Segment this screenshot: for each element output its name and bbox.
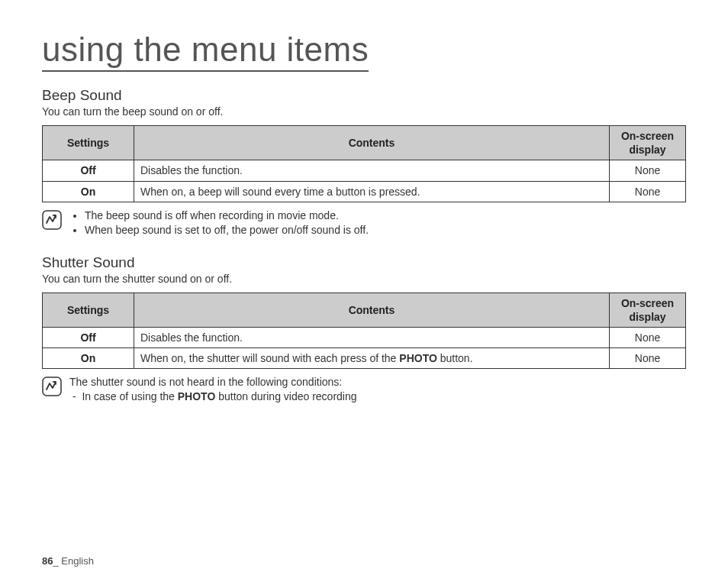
cell-display: None [610, 160, 686, 181]
text: When on, the shutter will sound with eac… [140, 352, 399, 364]
cell-display: None [610, 327, 686, 347]
footer-lang: English [61, 555, 94, 567]
page-footer: 86_ English [42, 555, 94, 567]
cell-content: When on, the shutter will sound with eac… [134, 348, 610, 369]
text: In case of using the [82, 390, 177, 402]
bold-text: PHOTO [178, 390, 216, 402]
note-beep: The beep sound is off when recording in … [42, 208, 686, 238]
table-row: Off Disables the function. None [43, 160, 686, 181]
beep-table: Settings Contents On-screen display Off … [42, 125, 686, 202]
cell-content: When on, a beep will sound every time a … [134, 181, 610, 202]
note-item: The beep sound is off when recording in … [85, 208, 369, 223]
cell-setting: On [43, 181, 134, 202]
note-icon [42, 377, 62, 396]
text: button. [437, 352, 473, 364]
bold-text: PHOTO [399, 352, 437, 364]
col-display: On-screen display [610, 292, 686, 327]
section-shutter-sound: Shutter Sound You can turn the shutter s… [42, 254, 686, 405]
note-icon [42, 210, 62, 230]
cell-content: Disables the function. [134, 160, 610, 181]
table-header-row: Settings Contents On-screen display [43, 126, 686, 160]
section-title-beep: Beep Sound [42, 87, 686, 104]
note-shutter: The shutter sound is not heard in the fo… [42, 375, 686, 404]
note-body: The beep sound is off when recording in … [69, 208, 369, 238]
cell-display: None [610, 348, 686, 369]
note-intro: The shutter sound is not heard in the fo… [69, 375, 357, 389]
cell-content: Disables the function. [134, 327, 610, 347]
col-settings: Settings [43, 126, 134, 160]
section-title-shutter: Shutter Sound [42, 254, 686, 271]
table-header-row: Settings Contents On-screen display [43, 292, 686, 327]
col-display: On-screen display [610, 126, 686, 160]
cell-display: None [610, 181, 686, 202]
col-contents: Contents [134, 126, 610, 160]
page-title: using the menu items [42, 31, 369, 72]
page-number: 86 [42, 555, 53, 567]
table-row: On When on, a beep will sound every time… [43, 181, 686, 202]
table-row: Off Disables the function. None [43, 327, 686, 347]
cell-setting: Off [43, 327, 134, 347]
text: button during video recording [215, 390, 356, 402]
cell-setting: Off [43, 160, 134, 181]
note-item: When beep sound is set to off, the power… [85, 223, 369, 238]
table-row: On When on, the shutter will sound with … [43, 348, 686, 369]
shutter-table: Settings Contents On-screen display Off … [42, 292, 686, 370]
note-body: The shutter sound is not heard in the fo… [69, 375, 357, 404]
section-beep-sound: Beep Sound You can turn the beep sound o… [42, 87, 686, 238]
footer-sep: _ [53, 555, 61, 567]
cell-setting: On [43, 348, 134, 369]
section-desc-beep: You can turn the beep sound on or off. [42, 105, 686, 118]
col-settings: Settings [43, 292, 134, 327]
col-contents: Contents [134, 292, 610, 327]
section-desc-shutter: You can turn the shutter sound on or off… [42, 273, 686, 285]
note-item: - In case of using the PHOTO button duri… [69, 389, 357, 404]
